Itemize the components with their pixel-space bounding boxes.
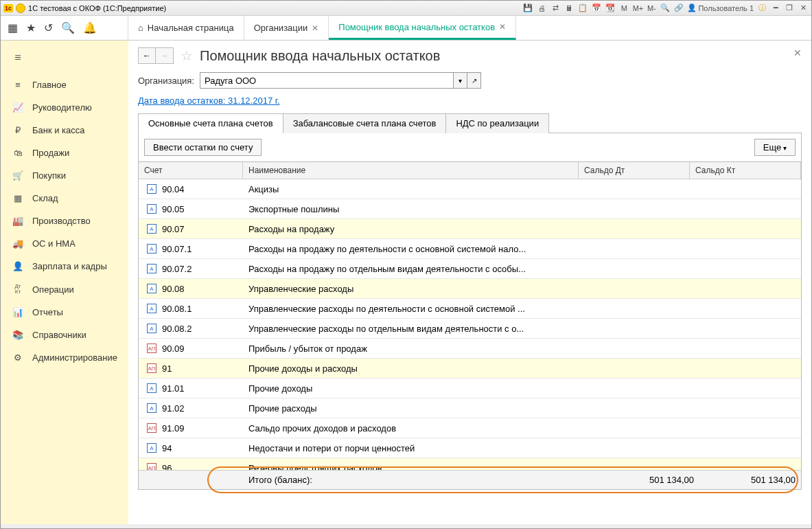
table-row[interactable]: АП90.09Прибыль / убыток от продаж <box>139 339 801 359</box>
sidebar-menu-button[interactable]: ≡ <box>1 47 128 74</box>
sidebar-item[interactable]: ▦Склад <box>1 187 128 210</box>
account-icon: А <box>147 184 156 194</box>
more-button[interactable]: Еще <box>754 139 796 156</box>
sidebar-item[interactable]: ДтКтОперации <box>1 278 128 301</box>
tab-home[interactable]: ⌂ Начальная страница <box>128 16 244 40</box>
close-button[interactable]: ✕ <box>798 3 809 14</box>
table-row[interactable]: АП91.09Сальдо прочих доходов и расходов <box>139 418 801 438</box>
sidebar-item[interactable]: 📚Справочники <box>1 324 128 346</box>
info-icon[interactable]: ⓘ <box>756 3 767 14</box>
date-link[interactable]: Дата ввода остатков: 31.12.2017 г. <box>138 95 280 106</box>
minimize-button[interactable]: ━ <box>770 3 781 14</box>
account-code: 91.01 <box>162 383 185 394</box>
table-row[interactable]: А90.07Расходы на продажу <box>139 219 801 239</box>
compare-icon[interactable]: ⇄ <box>550 3 561 14</box>
table-row[interactable]: А90.05Экспортные пошлины <box>139 199 801 219</box>
sidebar-item-label: Главное <box>32 80 67 90</box>
sidebar-item[interactable]: 🏭Производство <box>1 210 128 232</box>
col-account[interactable]: Счет <box>139 162 243 179</box>
col-credit[interactable]: Сальдо Кт <box>690 162 801 179</box>
footer-credit: 501 134,00 <box>699 475 801 485</box>
sidebar-item-icon: 📊 <box>12 307 24 317</box>
nav-back-button[interactable]: ← <box>138 47 156 64</box>
calc-icon[interactable]: 🖩 <box>564 3 575 14</box>
sidebar-item[interactable]: 🚚ОС и НМА <box>1 232 128 255</box>
table-row[interactable]: А91.01Прочие доходы <box>139 379 801 398</box>
sidebar-item[interactable]: 📊Отчеты <box>1 301 128 324</box>
org-open-button[interactable]: ↗ <box>467 73 480 88</box>
close-tab-icon[interactable]: ✕ <box>499 22 506 32</box>
sidebar-item[interactable]: ⚙Администрирование <box>1 346 128 369</box>
search-icon[interactable]: 🔍 <box>61 21 75 34</box>
table-row[interactable]: А90.07.2Расходы на продажу по отдельным … <box>139 259 801 279</box>
sidebar-item-label: Отчеты <box>32 307 63 317</box>
bell-icon[interactable]: 🔔 <box>83 21 97 34</box>
account-code: 90.05 <box>162 204 185 214</box>
statusbar <box>1 524 811 528</box>
account-icon: А <box>147 284 156 293</box>
subtab-offbalance-accounts[interactable]: Забалансовые счета плана счетов <box>283 113 447 133</box>
subtab-vat[interactable]: НДС по реализации <box>445 113 549 133</box>
table-row[interactable]: А90.08.2Управленческие расходы по отдель… <box>139 319 801 339</box>
tab-initial-balances[interactable]: Помощник ввода начальных остатков ✕ <box>329 16 516 40</box>
enter-balances-button[interactable]: Ввести остатки по счету <box>144 139 262 156</box>
table-row[interactable]: АП96Резервы предстоящих расходов <box>139 458 801 470</box>
table-row[interactable]: А91.02Прочие расходы <box>139 398 801 418</box>
account-icon: А <box>147 204 156 214</box>
favorite-toggle-icon[interactable]: ☆ <box>181 47 193 64</box>
calendar31-icon[interactable]: 📆 <box>605 3 616 14</box>
tab-home-label: Начальная страница <box>148 23 234 33</box>
mem-m-button[interactable]: M <box>618 3 629 14</box>
sidebar-item-label: Операции <box>32 284 74 295</box>
sidebar-item[interactable]: 🛍Продажи <box>1 142 128 164</box>
logo-1c-icon: 1c <box>3 4 13 12</box>
table-row[interactable]: А90.08.1Управленческие расходы по деятел… <box>139 299 801 319</box>
table-row[interactable]: АП91Прочие доходы и расходы <box>139 359 801 379</box>
subtab-main-accounts[interactable]: Основные счета плана счетов <box>138 113 283 133</box>
user-menu[interactable]: 👤 Пользователь 1 <box>687 3 754 12</box>
sidebar-item[interactable]: 🛒Покупки <box>1 164 128 187</box>
sidebar-item-label: Покупки <box>32 170 66 181</box>
sidebar-item[interactable]: 📈Руководителю <box>1 96 128 119</box>
zoom-icon[interactable]: 🔍 <box>660 3 671 14</box>
sidebar-item[interactable]: ≡Главное <box>1 74 128 96</box>
grid-body[interactable]: А90.04АкцизыА90.05Экспортные пошлиныА90.… <box>139 179 801 470</box>
mem-mminus-button[interactable]: M- <box>646 3 657 14</box>
table-row[interactable]: А90.08Управленческие расходы <box>139 279 801 299</box>
sidebar-item-label: Склад <box>32 193 58 203</box>
account-subtabs: Основные счета плана счетов Забалансовые… <box>138 113 802 133</box>
account-name: Управленческие расходы <box>243 284 588 294</box>
sidebar-item[interactable]: ₽Банк и касса <box>1 119 128 142</box>
sidebar-item[interactable]: 👤Зарплата и кадры <box>1 255 128 278</box>
print-icon[interactable]: 🖨 <box>536 3 547 14</box>
favorite-icon[interactable]: ★ <box>26 21 36 34</box>
account-name: Недостачи и потери от порчи ценностей <box>243 443 588 453</box>
apps-icon[interactable]: ▦ <box>8 21 18 34</box>
table-row[interactable]: А94Недостачи и потери от порчи ценностей <box>139 438 801 458</box>
link-icon[interactable]: 🔗 <box>673 3 684 14</box>
calendar-icon[interactable]: 📅 <box>591 3 602 14</box>
org-input[interactable] <box>200 73 453 88</box>
account-name: Расходы на продажу по отдельным видам де… <box>243 264 588 274</box>
nav-forward-button[interactable]: → <box>156 47 174 64</box>
close-page-button[interactable]: ✕ <box>793 47 802 58</box>
col-name[interactable]: Наименование <box>243 162 579 179</box>
sidebar-item-label: Справочники <box>32 330 86 340</box>
app-dropdown-icon[interactable] <box>16 3 25 13</box>
account-icon: АП <box>147 423 156 433</box>
table-row[interactable]: А90.04Акцизы <box>139 179 801 199</box>
task-icon[interactable]: 📋 <box>577 3 588 14</box>
org-dropdown-button[interactable]: ▾ <box>453 73 467 88</box>
close-tab-icon[interactable]: ✕ <box>312 23 318 33</box>
restore-button[interactable]: ❐ <box>784 3 795 14</box>
org-combo[interactable]: ▾ ↗ <box>200 72 481 89</box>
col-debit[interactable]: Сальдо Дт <box>579 162 690 179</box>
save-icon[interactable]: 💾 <box>522 3 533 14</box>
tab-organizations[interactable]: Организации ✕ <box>244 16 329 40</box>
account-icon: А <box>147 324 156 333</box>
account-icon: А <box>147 383 156 393</box>
mem-mplus-button[interactable]: M+ <box>632 3 643 14</box>
home-icon: ⌂ <box>138 23 143 33</box>
table-row[interactable]: А90.07.1Расходы на продажу по деятельнос… <box>139 239 801 259</box>
history-icon[interactable]: ↺ <box>44 21 53 34</box>
